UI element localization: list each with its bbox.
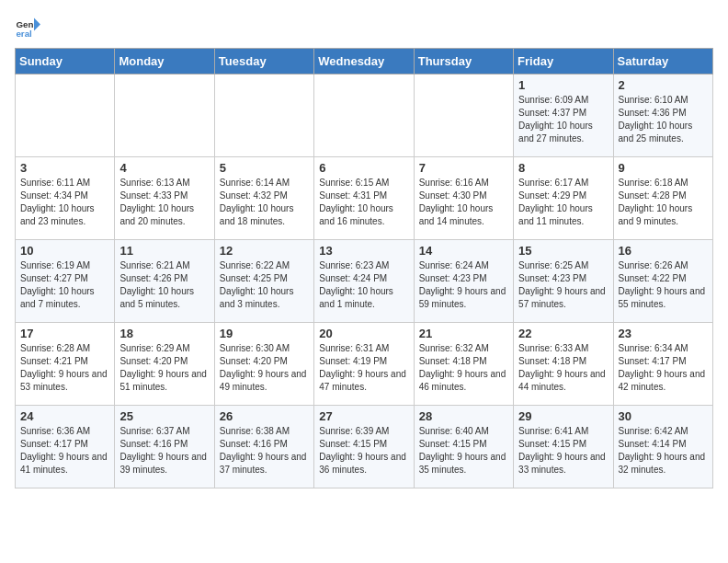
day-number: 23 xyxy=(619,327,708,340)
day-info: Sunrise: 6:37 AM Sunset: 4:16 PM Dayligh… xyxy=(119,425,209,477)
weekday-header-row: SundayMondayTuesdayWednesdayThursdayFrid… xyxy=(16,49,713,75)
day-info: Sunrise: 6:39 AM Sunset: 4:15 PM Dayligh… xyxy=(319,425,408,477)
calendar-cell: 28Sunrise: 6:40 AM Sunset: 4:15 PM Dayli… xyxy=(414,406,513,488)
day-info: Sunrise: 6:40 AM Sunset: 4:15 PM Dayligh… xyxy=(419,425,508,477)
day-number: 21 xyxy=(419,327,508,340)
day-info: Sunrise: 6:23 AM Sunset: 4:24 PM Dayligh… xyxy=(319,259,408,311)
day-number: 24 xyxy=(20,409,109,423)
calendar-cell: 30Sunrise: 6:42 AM Sunset: 4:14 PM Dayli… xyxy=(613,406,712,488)
calendar-cell xyxy=(16,75,115,157)
page-header: Gen eral xyxy=(15,15,713,40)
calendar-cell: 2Sunrise: 6:10 AM Sunset: 4:36 PM Daylig… xyxy=(613,75,712,157)
day-info: Sunrise: 6:42 AM Sunset: 4:14 PM Dayligh… xyxy=(619,425,708,477)
calendar-cell: 18Sunrise: 6:29 AM Sunset: 4:20 PM Dayli… xyxy=(115,323,214,406)
calendar-cell: 13Sunrise: 6:23 AM Sunset: 4:24 PM Dayli… xyxy=(314,240,414,323)
weekday-header-sunday: Sunday xyxy=(16,49,115,75)
weekday-header-friday: Friday xyxy=(514,49,613,75)
day-number: 19 xyxy=(220,327,309,340)
weekday-header-monday: Monday xyxy=(115,49,214,75)
calendar-week-row: 10Sunrise: 6:19 AM Sunset: 4:27 PM Dayli… xyxy=(16,240,713,323)
day-number: 2 xyxy=(619,78,708,92)
day-info: Sunrise: 6:21 AM Sunset: 4:26 PM Dayligh… xyxy=(119,259,209,311)
calendar-cell: 17Sunrise: 6:28 AM Sunset: 4:21 PM Dayli… xyxy=(16,323,115,406)
calendar-cell: 29Sunrise: 6:41 AM Sunset: 4:15 PM Dayli… xyxy=(514,406,613,488)
day-number: 29 xyxy=(518,409,608,423)
day-number: 3 xyxy=(20,161,109,175)
calendar-cell: 19Sunrise: 6:30 AM Sunset: 4:20 PM Dayli… xyxy=(214,323,313,406)
day-info: Sunrise: 6:19 AM Sunset: 4:27 PM Dayligh… xyxy=(20,259,109,311)
calendar-cell: 7Sunrise: 6:16 AM Sunset: 4:30 PM Daylig… xyxy=(414,157,513,240)
day-info: Sunrise: 6:16 AM Sunset: 4:30 PM Dayligh… xyxy=(419,177,508,228)
calendar-week-row: 3Sunrise: 6:11 AM Sunset: 4:34 PM Daylig… xyxy=(16,157,713,240)
day-info: Sunrise: 6:25 AM Sunset: 4:23 PM Dayligh… xyxy=(518,259,608,311)
day-number: 8 xyxy=(518,161,608,175)
day-info: Sunrise: 6:24 AM Sunset: 4:23 PM Dayligh… xyxy=(419,259,508,311)
day-info: Sunrise: 6:13 AM Sunset: 4:33 PM Dayligh… xyxy=(119,177,209,228)
calendar-cell: 26Sunrise: 6:38 AM Sunset: 4:16 PM Dayli… xyxy=(214,406,313,488)
calendar-cell: 14Sunrise: 6:24 AM Sunset: 4:23 PM Dayli… xyxy=(414,240,513,323)
day-number: 30 xyxy=(619,409,708,423)
day-number: 18 xyxy=(119,327,209,340)
day-info: Sunrise: 6:18 AM Sunset: 4:28 PM Dayligh… xyxy=(619,177,708,228)
calendar-cell: 23Sunrise: 6:34 AM Sunset: 4:17 PM Dayli… xyxy=(613,323,712,406)
day-number: 15 xyxy=(518,244,608,258)
day-number: 17 xyxy=(20,327,109,340)
calendar-cell: 12Sunrise: 6:22 AM Sunset: 4:25 PM Dayli… xyxy=(214,240,313,323)
day-number: 26 xyxy=(220,409,309,423)
calendar-cell: 4Sunrise: 6:13 AM Sunset: 4:33 PM Daylig… xyxy=(115,157,214,240)
day-number: 28 xyxy=(419,409,508,423)
calendar-cell: 20Sunrise: 6:31 AM Sunset: 4:19 PM Dayli… xyxy=(314,323,414,406)
calendar-cell: 3Sunrise: 6:11 AM Sunset: 4:34 PM Daylig… xyxy=(16,157,115,240)
calendar-cell: 1Sunrise: 6:09 AM Sunset: 4:37 PM Daylig… xyxy=(514,75,613,157)
calendar-cell xyxy=(414,75,513,157)
day-info: Sunrise: 6:34 AM Sunset: 4:17 PM Dayligh… xyxy=(619,342,708,394)
calendar-cell: 16Sunrise: 6:26 AM Sunset: 4:22 PM Dayli… xyxy=(613,240,712,323)
day-number: 6 xyxy=(319,161,408,175)
calendar-cell: 21Sunrise: 6:32 AM Sunset: 4:18 PM Dayli… xyxy=(414,323,513,406)
weekday-header-wednesday: Wednesday xyxy=(314,49,414,75)
day-number: 4 xyxy=(119,161,209,175)
day-info: Sunrise: 6:15 AM Sunset: 4:31 PM Dayligh… xyxy=(319,177,408,228)
day-info: Sunrise: 6:38 AM Sunset: 4:16 PM Dayligh… xyxy=(220,425,309,477)
day-number: 9 xyxy=(619,161,708,175)
day-info: Sunrise: 6:11 AM Sunset: 4:34 PM Dayligh… xyxy=(20,177,109,228)
day-info: Sunrise: 6:36 AM Sunset: 4:17 PM Dayligh… xyxy=(20,425,109,477)
day-number: 27 xyxy=(319,409,408,423)
day-number: 13 xyxy=(319,244,408,258)
day-number: 7 xyxy=(419,161,508,175)
day-info: Sunrise: 6:09 AM Sunset: 4:37 PM Dayligh… xyxy=(518,94,608,145)
calendar-cell: 15Sunrise: 6:25 AM Sunset: 4:23 PM Dayli… xyxy=(514,240,613,323)
day-info: Sunrise: 6:32 AM Sunset: 4:18 PM Dayligh… xyxy=(419,342,508,394)
calendar-cell: 25Sunrise: 6:37 AM Sunset: 4:16 PM Dayli… xyxy=(115,406,214,488)
calendar-cell: 5Sunrise: 6:14 AM Sunset: 4:32 PM Daylig… xyxy=(214,157,313,240)
day-info: Sunrise: 6:10 AM Sunset: 4:36 PM Dayligh… xyxy=(619,94,708,145)
day-info: Sunrise: 6:30 AM Sunset: 4:20 PM Dayligh… xyxy=(220,342,309,394)
weekday-header-thursday: Thursday xyxy=(414,49,513,75)
calendar-cell xyxy=(115,75,214,157)
logo-icon: Gen eral xyxy=(15,15,40,40)
calendar-week-row: 24Sunrise: 6:36 AM Sunset: 4:17 PM Dayli… xyxy=(16,406,713,488)
calendar-cell: 9Sunrise: 6:18 AM Sunset: 4:28 PM Daylig… xyxy=(613,157,712,240)
day-info: Sunrise: 6:33 AM Sunset: 4:18 PM Dayligh… xyxy=(518,342,608,394)
calendar-cell: 22Sunrise: 6:33 AM Sunset: 4:18 PM Dayli… xyxy=(514,323,613,406)
calendar-cell: 6Sunrise: 6:15 AM Sunset: 4:31 PM Daylig… xyxy=(314,157,414,240)
svg-text:eral: eral xyxy=(16,29,32,39)
calendar-cell: 10Sunrise: 6:19 AM Sunset: 4:27 PM Dayli… xyxy=(16,240,115,323)
day-number: 12 xyxy=(220,244,309,258)
day-info: Sunrise: 6:41 AM Sunset: 4:15 PM Dayligh… xyxy=(518,425,608,477)
day-number: 20 xyxy=(319,327,408,340)
day-info: Sunrise: 6:22 AM Sunset: 4:25 PM Dayligh… xyxy=(220,259,309,311)
day-number: 22 xyxy=(518,327,608,340)
logo: Gen eral xyxy=(15,15,44,40)
calendar-cell xyxy=(214,75,313,157)
day-info: Sunrise: 6:17 AM Sunset: 4:29 PM Dayligh… xyxy=(518,177,608,228)
day-info: Sunrise: 6:26 AM Sunset: 4:22 PM Dayligh… xyxy=(619,259,708,311)
calendar-table: SundayMondayTuesdayWednesdayThursdayFrid… xyxy=(15,48,713,488)
day-info: Sunrise: 6:29 AM Sunset: 4:20 PM Dayligh… xyxy=(119,342,209,394)
day-number: 5 xyxy=(220,161,309,175)
day-info: Sunrise: 6:28 AM Sunset: 4:21 PM Dayligh… xyxy=(20,342,109,394)
weekday-header-tuesday: Tuesday xyxy=(214,49,313,75)
calendar-cell: 27Sunrise: 6:39 AM Sunset: 4:15 PM Dayli… xyxy=(314,406,414,488)
day-number: 11 xyxy=(119,244,209,258)
calendar-week-row: 1Sunrise: 6:09 AM Sunset: 4:37 PM Daylig… xyxy=(16,75,713,157)
